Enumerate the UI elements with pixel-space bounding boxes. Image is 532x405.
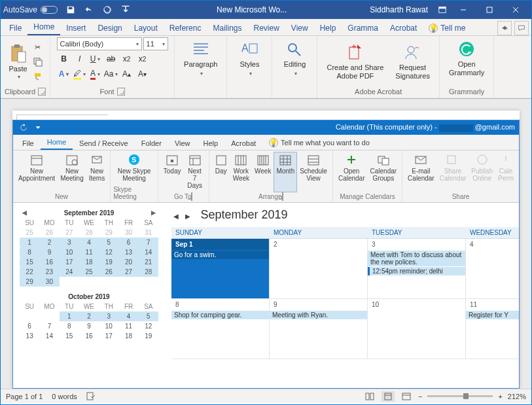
change-case-button[interactable]: Aa▾ (104, 67, 118, 80)
day-button[interactable]: Day (212, 152, 230, 192)
new-appointment-button[interactable]: New Appointment (16, 152, 58, 192)
web-layout-icon[interactable] (400, 391, 413, 402)
tab-tellme[interactable]: 💡Tell me (423, 21, 471, 35)
event-register[interactable]: Register for Y (466, 311, 519, 319)
outlook-tab-help[interactable]: Help (197, 137, 225, 150)
tab-grammarly[interactable]: Gramma (342, 21, 384, 35)
tab-acrobat[interactable]: Acrobat (384, 21, 423, 35)
refresh-icon[interactable] (17, 121, 30, 134)
open-calendar-button[interactable]: Open Calendar (336, 152, 368, 192)
copy-icon[interactable] (31, 56, 44, 69)
tab-mailings[interactable]: Mailings (207, 21, 247, 35)
word-count[interactable]: 0 words (52, 393, 77, 400)
tab-review[interactable]: Review (247, 21, 285, 35)
email-calendar-button[interactable]: E-mail Calendar (405, 152, 437, 192)
zoom-out-button[interactable]: − (418, 393, 422, 400)
share-button[interactable] (497, 21, 512, 35)
tab-view[interactable]: View (285, 21, 314, 35)
outlook-tab-folder[interactable]: Folder (135, 137, 168, 150)
paste-button[interactable]: Paste ▾ (6, 41, 29, 82)
schedule-view-button[interactable]: Schedule View (297, 152, 330, 192)
next-period-icon[interactable]: ▶ (183, 213, 192, 220)
spelling-icon[interactable] (86, 391, 96, 402)
outlook-tellme[interactable]: 💡Tell me what you want to do (262, 135, 376, 150)
day-cell-sep1[interactable]: Sep 1 Go for a swim. (171, 239, 270, 299)
month-button[interactable]: Month (274, 152, 297, 192)
mini1-table[interactable]: SUMOTUWETHFRSA 25262728293031 1234567 89… (20, 218, 158, 287)
paragraph-button[interactable]: Paragraph▾ (179, 37, 222, 79)
skype-meeting-button[interactable]: SNew Skype Meeting (115, 152, 154, 185)
autosave-control[interactable]: AutoSave (3, 5, 58, 14)
event-camping[interactable]: Shop for camping gear. (171, 311, 269, 319)
page-indicator[interactable]: Page 1 of 1 (6, 393, 43, 400)
tab-layout[interactable]: Layout (128, 21, 164, 35)
tab-references[interactable]: Referenc (164, 21, 207, 35)
grow-font-button[interactable]: A▴ (120, 67, 134, 80)
superscript-button[interactable]: x2 (135, 52, 150, 65)
comments-button[interactable] (514, 21, 529, 35)
tab-help[interactable]: Help (314, 21, 342, 35)
font-color-button[interactable]: A▾ (88, 67, 103, 80)
format-painter-icon[interactable] (31, 70, 44, 83)
event-reminder[interactable]: 12:54pm reminder; delhi (368, 267, 465, 275)
day-cell-4[interactable]: 4 (466, 239, 519, 299)
font-name-combo[interactable]: Calibri (Body)▾ (57, 37, 142, 50)
tab-design[interactable]: Design (92, 21, 128, 35)
undo-icon[interactable] (81, 2, 97, 18)
week-button[interactable]: Week (252, 152, 274, 192)
bold-button[interactable]: B (57, 52, 71, 65)
autosave-toggle-icon[interactable] (41, 6, 58, 14)
day-cell-3[interactable]: 3 Meet with Tom to discuss about the new… (368, 239, 466, 299)
prev-period-icon[interactable]: ◀ (171, 213, 181, 220)
prev-month-icon[interactable]: ◀ (22, 209, 27, 216)
calendar-groups-button[interactable]: Calendar Groups (368, 152, 400, 192)
zoom-level[interactable]: 212% (508, 393, 526, 400)
qat-customize-icon[interactable] (118, 2, 133, 18)
tab-insert[interactable]: Insert (60, 21, 92, 35)
subscript-button[interactable]: x2 (120, 52, 134, 65)
arrange-launcher-icon[interactable] (282, 192, 283, 201)
font-launcher-icon[interactable] (117, 88, 125, 96)
outlook-tab-file[interactable]: File (16, 137, 41, 150)
today-button[interactable]: Today (161, 152, 184, 192)
clipboard-launcher-icon[interactable] (38, 88, 46, 96)
underline-button[interactable]: U▾ (88, 52, 103, 65)
shrink-font-button[interactable]: A▾ (135, 67, 150, 80)
outlook-tab-view[interactable]: View (168, 137, 197, 150)
maximize-button[interactable] (476, 1, 503, 19)
zoom-slider[interactable] (427, 395, 493, 397)
day-cell-2[interactable]: 2 (270, 239, 368, 299)
redo-icon[interactable] (99, 2, 115, 18)
strikethrough-button[interactable]: ab (104, 52, 118, 65)
event-swim[interactable]: Go for a swim. (171, 251, 269, 259)
highlight-button[interactable]: 🖊▾ (73, 67, 87, 80)
mini2-table[interactable]: SUMOTUWETHFRSA 12345 6789101112 13141516… (20, 302, 158, 341)
styles-button[interactable]: A Styles▾ (231, 37, 268, 79)
new-items-button[interactable]: New Items (86, 152, 107, 192)
save-icon[interactable] (63, 2, 79, 18)
font-size-combo[interactable]: 11▾ (143, 37, 168, 50)
editing-button[interactable]: Editing▾ (276, 37, 313, 79)
next-month-icon[interactable]: ▶ (151, 209, 156, 216)
new-meeting-button[interactable]: New Meeting (58, 152, 86, 192)
next7days-button[interactable]: Next 7 Days (183, 152, 205, 192)
zoom-in-button[interactable]: + (498, 393, 502, 400)
print-layout-icon[interactable] (381, 391, 395, 402)
tab-home[interactable]: Home (27, 20, 60, 35)
event-tom[interactable]: Meet with Tom to discuss about the new p… (368, 251, 465, 266)
text-effects-button[interactable]: A▾ (57, 67, 71, 80)
open-grammarly-button[interactable]: Open Grammarly (444, 37, 489, 80)
day-cell-8[interactable]: 8 Shop for camping gear. (171, 299, 270, 359)
minimize-button[interactable] (450, 1, 476, 19)
cut-icon[interactable]: ✂ (31, 41, 44, 54)
outlook-tab-sendreceive[interactable]: Send / Receive (73, 137, 135, 150)
day-cell-11[interactable]: 11 Register for Y (466, 299, 519, 359)
close-button[interactable] (503, 1, 529, 19)
tab-file[interactable]: File (3, 21, 27, 35)
outlook-tab-home[interactable]: Home (41, 135, 73, 150)
event-ryan[interactable]: Meeting with Ryan. (270, 311, 367, 319)
qat-dropdown-icon[interactable]: ⏷ (35, 124, 41, 131)
user-name[interactable]: Siddharth Rawat (370, 5, 428, 14)
goto-launcher-icon[interactable] (191, 192, 192, 201)
work-week-button[interactable]: Work Week (230, 152, 252, 192)
